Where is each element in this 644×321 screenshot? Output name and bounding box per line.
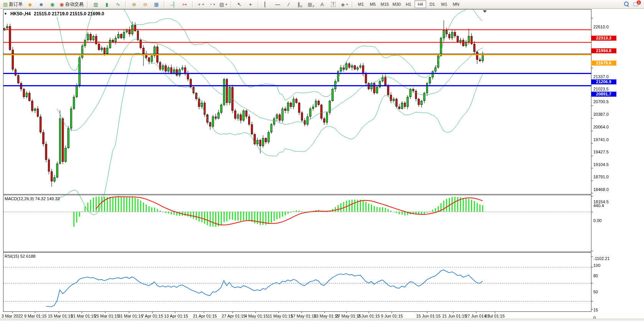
vertical-line-button[interactable]: ▏ [261, 0, 272, 8]
cursor-button[interactable]: ↖ [234, 0, 245, 8]
crosshair-icon: + [249, 2, 252, 7]
notifications-icon[interactable]: 1 [633, 2, 639, 7]
toolbar-separator [87, 1, 89, 8]
timeframe-h1-button[interactable]: H1 [403, 0, 414, 8]
indicators-button[interactable]: +▾ [196, 0, 206, 8]
date-tick-label: 2 Jun 01:15 [358, 314, 380, 318]
date-tick-label: 21 Apr 01:15 [193, 314, 217, 318]
timeframe-mn-button[interactable]: MN [450, 0, 462, 8]
timeframe-w1-button[interactable]: W1 [438, 0, 450, 8]
chart-collapse-button[interactable]: ▼ [4, 12, 7, 16]
candle-chart-button[interactable]: ▮ [102, 0, 112, 8]
date-tick-label: 17 May 01:15 [291, 314, 316, 318]
data-window-icon: ◉ [50, 2, 54, 7]
horizontal-line-button[interactable]: ― [272, 0, 283, 8]
text-label-button[interactable]: T [328, 0, 339, 8]
tile-windows-button[interactable]: ▦ [151, 0, 162, 8]
templates-icon: ▧ [219, 2, 224, 7]
price-tick-label: 18791.0 [593, 174, 609, 179]
level-price-label: 21994.8 [591, 48, 616, 53]
styles-icon: ◆ [28, 2, 32, 7]
level-price-label: 20891.7 [591, 92, 616, 97]
price-tick-label: 19741.0 [593, 137, 609, 142]
crosshair-button[interactable]: + [245, 0, 256, 8]
tile-windows-icon: ▦ [154, 2, 158, 7]
level-price-label: 22313.3 [591, 36, 616, 41]
date-tick-label: 27 Apr 01:15 [222, 314, 245, 318]
toolbar-separator [231, 1, 232, 8]
price-tick-label: 18468.0 [593, 187, 609, 192]
market-watch-icon: ☻ [38, 2, 44, 7]
timeframe-m5-button[interactable]: M5 [367, 0, 379, 8]
price-tick-label: 22610.0 [593, 25, 609, 29]
icon-subscript: F [313, 5, 315, 8]
level-price-label: 21679.6 [591, 61, 616, 66]
auto-scroll-icon: →▏ [169, 2, 178, 7]
toolbar-right-group: 1 [624, 2, 642, 7]
fibonacci-button[interactable]: ▦F [306, 0, 316, 8]
templates-button[interactable]: ▧▾ [218, 0, 229, 8]
data-window-button[interactable]: ◉ [47, 0, 58, 8]
new-order-button[interactable]: ▤新订单 [2, 0, 24, 8]
price-tick-label: 20700.5 [593, 99, 609, 104]
dropdown-arrow-icon[interactable]: ▾ [226, 3, 227, 6]
zoom-in-icon: ⊕ [132, 2, 136, 7]
price-tick-label: 19427.5 [593, 150, 609, 154]
periods-button[interactable]: ◔▾ [207, 0, 217, 8]
line-chart-icon: ∿ [116, 2, 120, 7]
timeframe-m30-button[interactable]: M30 [391, 0, 402, 8]
auto-trading-button[interactable]: ◉自动交易 [58, 0, 85, 8]
channel-icon: ∥ [298, 2, 300, 7]
zoom-out-button[interactable]: ⊖ [140, 0, 151, 8]
cursor-icon: ↖ [237, 2, 242, 7]
auto-scroll-button[interactable]: →▏ [167, 0, 179, 8]
date-tick-label: 4 May 01:15 [245, 314, 268, 318]
price-chart-canvas[interactable] [0, 9, 644, 321]
arrows-icon: ◈ [341, 2, 345, 7]
macd-indicator-label: MACD(12,26,9) 74.32 149.33 [5, 196, 60, 201]
date-tick-label: 9 Jun 01:15 [381, 314, 403, 318]
date-tick-label: 31 Mar 01:15 [118, 314, 143, 318]
market-watch-button[interactable]: ☻ [36, 0, 46, 8]
arrows-button[interactable]: ◈▾ [339, 0, 350, 8]
bar-chart-button[interactable]: ▥ [91, 0, 101, 8]
level-price-label: 21206.9 [591, 79, 616, 84]
date-tick-label: 9 Mar 01:15 [24, 314, 47, 318]
auto-trading-icon: ◉ [59, 2, 64, 7]
chart-symbol-period: HK50-,H4 [10, 11, 31, 16]
date-tick-label: 15 Mar 01:15 [48, 314, 73, 318]
main-toolbar: ▤新订单◆☻◉◉自动交易▥▮∿⊕⊖▦→▏↦+▾◔▾▧▾↖+▏―∕∥E▦FAT◈▾… [0, 0, 644, 9]
timeframe-m1-button[interactable]: M1 [355, 0, 367, 8]
timeframe-h4-button[interactable]: H4 [415, 0, 426, 8]
toolbar-separator [258, 1, 259, 8]
search-icon[interactable] [624, 2, 629, 7]
window-bottom-strip [0, 319, 644, 321]
price-tick-label: 20064.0 [593, 125, 609, 129]
mt4-window: ▤新订单◆☻◉◉自动交易▥▮∿⊕⊖▦→▏↦+▾◔▾▧▾↖+▏―∕∥E▦FAT◈▾… [0, 0, 644, 321]
price-tick-label: 21337.0 [593, 74, 609, 79]
notification-badge: 1 [637, 0, 641, 5]
date-tick-label: 3 Mar 2022 [2, 314, 23, 318]
styles-button[interactable]: ◆ [25, 0, 35, 8]
rsi-tick-label: 15 [593, 308, 598, 312]
text-button[interactable]: A [317, 0, 328, 8]
timeframe-d1-button[interactable]: D1 [427, 0, 438, 8]
rsi-tick-label: 80 [593, 273, 598, 278]
macd-name: MACD(12,26,9) [5, 196, 34, 201]
date-tick-label: 13 Apr 01:15 [164, 314, 188, 318]
rsi-indicator-label: RSI(15) 52.6188 [5, 254, 36, 258]
dropdown-arrow-icon[interactable]: ▾ [214, 3, 215, 6]
zoom-in-button[interactable]: ⊕ [129, 0, 140, 8]
trendline-button[interactable]: ∕ [283, 0, 294, 8]
channel-button[interactable]: ∥E [295, 0, 305, 8]
timeframe-m15-button[interactable]: M15 [379, 0, 390, 8]
dropdown-arrow-icon[interactable]: ▾ [346, 3, 348, 6]
line-chart-button[interactable]: ∿ [113, 0, 124, 8]
vertical-line-icon: ▏ [265, 2, 268, 7]
bar-chart-icon: ▥ [93, 2, 98, 7]
dropdown-arrow-icon[interactable]: ▾ [202, 3, 204, 6]
chart-shift-button[interactable]: ↦ [180, 0, 190, 8]
macd-values: 74.32 149.33 [35, 196, 59, 201]
price-tick-label: 19104.5 [593, 162, 609, 167]
macd-tick-label: 440.4 [593, 203, 604, 208]
